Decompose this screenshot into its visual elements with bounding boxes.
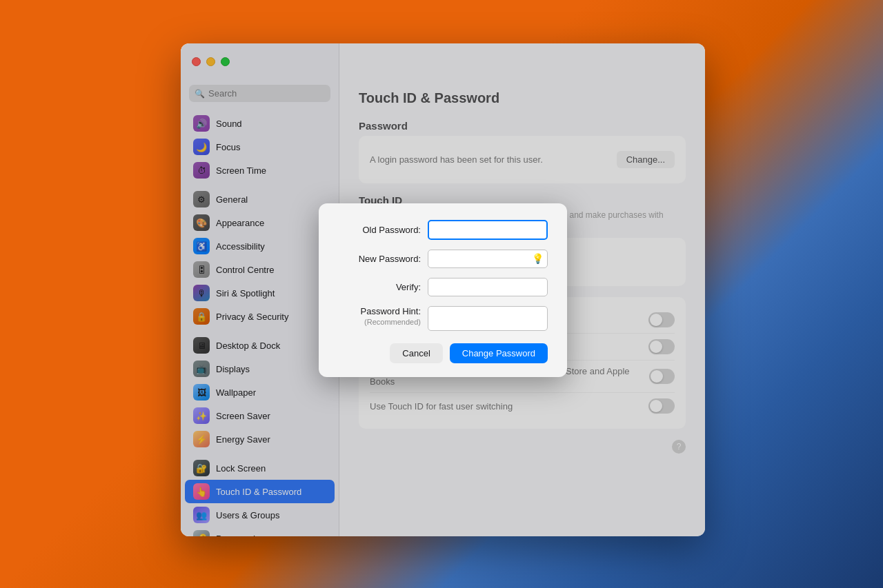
new-password-input[interactable] [428, 250, 548, 268]
hint-sublabel: (Recommended) [338, 317, 421, 327]
hint-label: Password Hint: (Recommended) [338, 306, 428, 327]
cancel-button[interactable]: Cancel [390, 343, 442, 363]
change-password-dialog: Old Password: New Password: 💡 Verify: [319, 203, 567, 377]
verify-row: Verify: [338, 278, 548, 296]
hint-row: Password Hint: (Recommended) [338, 306, 548, 331]
old-password-input-wrap [428, 220, 548, 240]
main-window: 🔍 🔊 Sound 🌙 Focus ⏱ [181, 43, 705, 536]
password-strength-icon: 💡 [532, 253, 544, 264]
verify-input-wrap [428, 278, 548, 296]
old-password-label: Old Password: [338, 225, 428, 235]
verify-input[interactable] [428, 278, 548, 296]
new-password-row: New Password: 💡 [338, 250, 548, 268]
hint-label-main: Password Hint: [338, 306, 421, 318]
change-password-confirm-button[interactable]: Change Password [450, 343, 548, 363]
hint-input-wrap [428, 306, 548, 331]
dialog-buttons: Cancel Change Password [338, 343, 548, 363]
new-password-input-wrap: 💡 [428, 250, 548, 268]
old-password-input[interactable] [428, 220, 548, 240]
new-password-label: New Password: [338, 254, 428, 264]
hint-input[interactable] [428, 306, 548, 331]
verify-label: Verify: [338, 282, 428, 292]
old-password-row: Old Password: [338, 220, 548, 240]
dialog-overlay: Old Password: New Password: 💡 Verify: [181, 43, 705, 536]
